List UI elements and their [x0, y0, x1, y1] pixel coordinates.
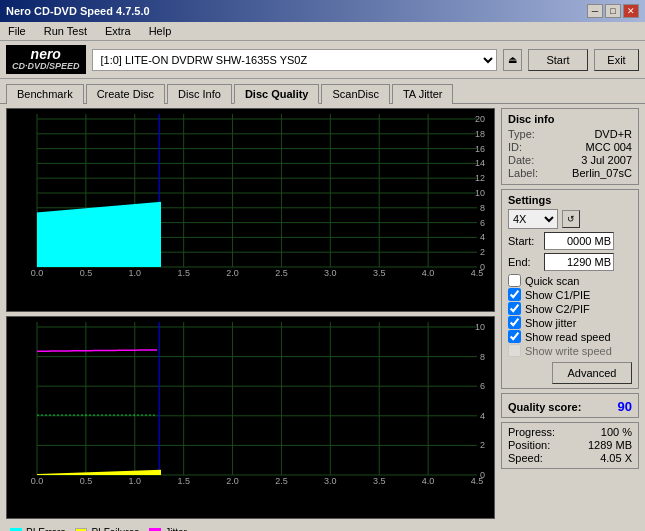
show-c2pif-label: Show C2/PIF — [525, 303, 590, 315]
legend-bar: PI Errors PI Failures Jitter — [6, 525, 639, 531]
settings-title: Settings — [508, 194, 632, 206]
quick-scan-row: Quick scan — [508, 274, 632, 287]
advanced-button[interactable]: Advanced — [552, 362, 632, 384]
end-input[interactable] — [544, 253, 614, 271]
nero-logo: nero CD·DVD/SPEED — [6, 45, 86, 74]
date-label: Date: — [508, 154, 534, 166]
type-label: Type: — [508, 128, 535, 140]
exit-button[interactable]: Exit — [594, 49, 639, 71]
speed-label: Speed: — [508, 452, 543, 464]
show-jitter-label: Show jitter — [525, 317, 576, 329]
show-write-speed-row: Show write speed — [508, 344, 632, 357]
start-button[interactable]: Start — [528, 49, 588, 71]
pi-errors-legend-label: PI Errors — [26, 527, 65, 531]
window-title: Nero CD-DVD Speed 4.7.5.0 — [6, 5, 150, 17]
speed-select[interactable]: 4X — [508, 209, 558, 229]
pi-failures-legend: PI Failures — [75, 527, 139, 531]
pi-errors-chart — [6, 108, 495, 312]
start-input[interactable] — [544, 232, 614, 250]
show-write-speed-checkbox[interactable] — [508, 344, 521, 357]
tab-disc-info[interactable]: Disc Info — [167, 84, 232, 104]
show-read-speed-row: Show read speed — [508, 330, 632, 343]
disc-info-title: Disc info — [508, 113, 632, 125]
jitter-legend-label: Jitter — [165, 527, 187, 531]
start-label: Start: — [508, 235, 540, 247]
tabs: Benchmark Create Disc Disc Info Disc Qua… — [0, 79, 645, 103]
show-c2pif-row: Show C2/PIF — [508, 302, 632, 315]
show-c1pie-checkbox[interactable] — [508, 288, 521, 301]
jitter-legend: Jitter — [149, 527, 187, 531]
menu-extra[interactable]: Extra — [101, 24, 135, 38]
title-bar-buttons[interactable]: ─ □ ✕ — [587, 4, 639, 18]
speed-row: Speed: 4.05 X — [508, 452, 632, 464]
minimize-button[interactable]: ─ — [587, 4, 603, 18]
type-row: Type: DVD+R — [508, 128, 632, 140]
progress-value: 100 % — [601, 426, 632, 438]
type-value: DVD+R — [594, 128, 632, 140]
quality-section: Quality score: 90 — [501, 393, 639, 418]
show-c2pif-checkbox[interactable] — [508, 302, 521, 315]
position-value: 1289 MB — [588, 439, 632, 451]
tab-benchmark[interactable]: Benchmark — [6, 84, 84, 104]
chart-area — [6, 108, 495, 519]
progress-section: Progress: 100 % Position: 1289 MB Speed:… — [501, 422, 639, 469]
date-value: 3 Jul 2007 — [581, 154, 632, 166]
date-row: Date: 3 Jul 2007 — [508, 154, 632, 166]
tab-scan-disc[interactable]: ScanDisc — [321, 84, 389, 104]
speed-row: 4X ↺ — [508, 209, 632, 229]
menu-help[interactable]: Help — [145, 24, 176, 38]
position-row: Position: 1289 MB — [508, 439, 632, 451]
id-label: ID: — [508, 141, 522, 153]
position-label: Position: — [508, 439, 550, 451]
quality-score-value: 90 — [618, 399, 632, 414]
end-label: End: — [508, 256, 540, 268]
show-jitter-row: Show jitter — [508, 316, 632, 329]
start-row: Start: — [508, 232, 632, 250]
end-row: End: — [508, 253, 632, 271]
id-value: MCC 004 — [586, 141, 632, 153]
tab-ta-jitter[interactable]: TA Jitter — [392, 84, 454, 104]
id-row: ID: MCC 004 — [508, 141, 632, 153]
label-value: Berlin_07sC — [572, 167, 632, 179]
pi-errors-legend: PI Errors — [10, 527, 65, 531]
progress-row: Progress: 100 % — [508, 426, 632, 438]
drive-select[interactable]: [1:0] LITE-ON DVDRW SHW-1635S YS0Z — [92, 49, 497, 71]
show-jitter-checkbox[interactable] — [508, 316, 521, 329]
progress-label: Progress: — [508, 426, 555, 438]
maximize-button[interactable]: □ — [605, 4, 621, 18]
toolbar: nero CD·DVD/SPEED [1:0] LITE-ON DVDRW SH… — [0, 41, 645, 79]
show-write-speed-label: Show write speed — [525, 345, 612, 357]
label-label: Label: — [508, 167, 538, 179]
show-c1pie-label: Show C1/PIE — [525, 289, 590, 301]
settings-section: Settings 4X ↺ Start: End: Quick scan — [501, 189, 639, 389]
quality-score-label: Quality score: — [508, 401, 581, 413]
show-read-speed-label: Show read speed — [525, 331, 611, 343]
tab-disc-quality[interactable]: Disc Quality — [234, 84, 320, 104]
title-bar: Nero CD-DVD Speed 4.7.5.0 ─ □ ✕ — [0, 0, 645, 22]
menu-file[interactable]: File — [4, 24, 30, 38]
show-read-speed-checkbox[interactable] — [508, 330, 521, 343]
close-button[interactable]: ✕ — [623, 4, 639, 18]
speed-value: 4.05 X — [600, 452, 632, 464]
main-content: Disc info Type: DVD+R ID: MCC 004 Date: … — [0, 103, 645, 523]
menu-run-test[interactable]: Run Test — [40, 24, 91, 38]
tab-create-disc[interactable]: Create Disc — [86, 84, 165, 104]
legend-stats-area: PI Errors PI Failures Jitter Average: 2.… — [0, 523, 645, 531]
quick-scan-checkbox[interactable] — [508, 274, 521, 287]
show-c1pie-row: Show C1/PIE — [508, 288, 632, 301]
disc-info-section: Disc info Type: DVD+R ID: MCC 004 Date: … — [501, 108, 639, 185]
refresh-button[interactable]: ↺ — [562, 210, 580, 228]
quality-row: Quality score: 90 — [508, 399, 632, 414]
right-panel: Disc info Type: DVD+R ID: MCC 004 Date: … — [501, 108, 639, 519]
pi-failures-legend-label: PI Failures — [91, 527, 139, 531]
eject-button[interactable]: ⏏ — [503, 49, 522, 71]
menu-bar: File Run Test Extra Help — [0, 22, 645, 41]
label-row: Label: Berlin_07sC — [508, 167, 632, 179]
quick-scan-label: Quick scan — [525, 275, 579, 287]
pi-failures-chart — [6, 316, 495, 520]
